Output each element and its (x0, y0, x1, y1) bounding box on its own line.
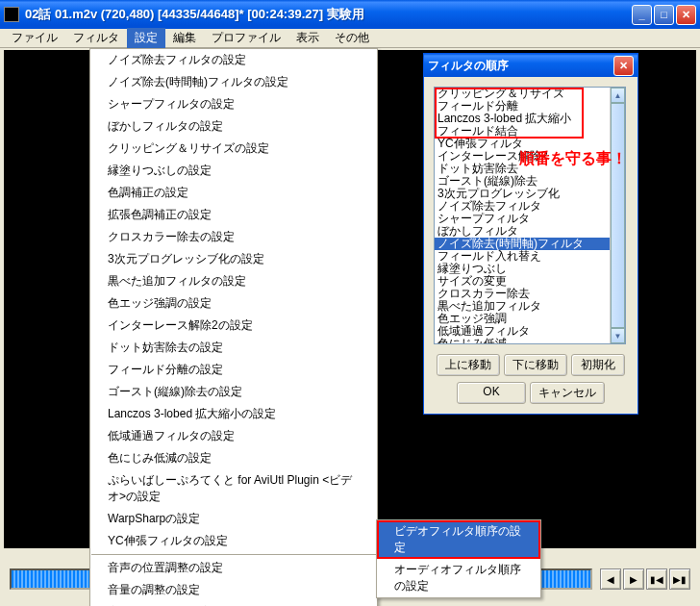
window-titlebar: 02話 01.m2v (720,480) [44335/44648]* [00:… (0, 0, 700, 29)
menu-item[interactable]: Lanczos 3-lobed 拡大縮小の設定 (90, 403, 377, 425)
window-title: 02話 01.m2v (720,480) [44335/44648]* [00:… (25, 6, 632, 23)
submenu-item[interactable]: ビデオフィルタ順序の設定 (377, 520, 540, 559)
menu-item[interactable]: 低域通過フィルタの設定 (90, 425, 377, 447)
annotation-text: 順番を守る事！ (519, 149, 627, 169)
filter-listbox[interactable]: クリッピング＆リサイズフィールド分離Lanczos 3-lobed 拡大縮小フィ… (434, 87, 626, 344)
menu-フィルタ[interactable]: フィルタ (65, 28, 127, 48)
menu-その他[interactable]: その他 (327, 28, 377, 48)
dialog-titlebar: フィルタの順序 ✕ (424, 54, 638, 77)
filter-order-dialog: フィルタの順序 ✕ クリッピング＆リサイズフィールド分離Lanczos 3-lo… (423, 53, 638, 415)
menu-item[interactable]: クリッピング＆リサイズの設定 (90, 138, 377, 160)
scroll-thumb[interactable] (611, 103, 625, 328)
playback-controls: ◀ ▶ ▮◀ ▶▮ (600, 568, 690, 590)
menu-item[interactable]: ノイズ除去(時間軸)フィルタの設定 (90, 71, 377, 93)
minimize-button[interactable]: _ (632, 5, 652, 25)
menu-表示[interactable]: 表示 (288, 28, 327, 48)
menu-item[interactable]: ぷらいばしーぷろてくと for AviUtl Plugin <ビデオ>の設定 (90, 469, 377, 508)
menu-item[interactable]: 黒べた追加フィルタの設定 (90, 270, 377, 292)
menu-item[interactable]: 縁塗りつぶしの設定 (90, 160, 377, 182)
menu-item[interactable]: 音量の最大化の設定 (90, 601, 377, 606)
scroll-down-button[interactable]: ▼ (611, 328, 625, 343)
menu-item[interactable]: ノイズ除去フィルタの設定 (90, 49, 377, 71)
reset-button[interactable]: 初期化 (571, 354, 625, 376)
menu-item[interactable]: インターレース解除2の設定 (90, 315, 377, 337)
ok-button[interactable]: OK (457, 382, 526, 404)
menu-item[interactable]: WarpSharpの設定 (90, 508, 377, 530)
menu-item[interactable]: ぼかしフィルタの設定 (90, 115, 377, 138)
menu-item[interactable]: クロスカラー除去の設定 (90, 226, 377, 248)
dialog-close-button[interactable]: ✕ (613, 56, 634, 76)
menu-編集[interactable]: 編集 (165, 28, 204, 48)
menu-separator (91, 554, 376, 555)
dialog-title: フィルタの順序 (428, 58, 613, 74)
menu-プロファイル[interactable]: プロファイル (204, 28, 288, 48)
close-button[interactable]: ✕ (676, 5, 696, 25)
move-up-button[interactable]: 上に移動 (437, 354, 500, 376)
menubar: ファイルフィルタ設定編集プロファイル表示その他 (0, 29, 700, 48)
menu-item[interactable]: ドット妨害除去の設定 (90, 337, 377, 359)
cancel-button[interactable]: キャンセル (530, 382, 605, 404)
menu-item[interactable]: フィールド分離の設定 (90, 359, 377, 381)
filter-order-submenu: ビデオフィルタ順序の設定オーディオフィルタ順序の設定 (376, 519, 541, 598)
settings-dropdown-menu: ノイズ除去フィルタの設定ノイズ除去(時間軸)フィルタの設定シャープフィルタの設定… (89, 48, 378, 606)
list-item[interactable]: 色にじみ低減 (435, 338, 610, 344)
scroll-up-button[interactable]: ▲ (611, 88, 625, 103)
menu-設定[interactable]: 設定 (127, 28, 165, 48)
listbox-scrollbar[interactable]: ▲ ▼ (610, 88, 625, 343)
move-down-button[interactable]: 下に移動 (504, 354, 567, 376)
menu-item[interactable]: 音量の調整の設定 (90, 579, 377, 601)
menu-item[interactable]: 色にじみ低減の設定 (90, 447, 377, 469)
menu-item[interactable]: 3次元プログレッシブ化の設定 (90, 248, 377, 270)
menu-item[interactable]: ゴースト(縦線)除去の設定 (90, 381, 377, 403)
menu-item[interactable]: YC伸張フィルタの設定 (90, 530, 377, 552)
submenu-item[interactable]: オーディオフィルタ順序の設定 (377, 559, 540, 597)
window-buttons: _ □ ✕ (632, 5, 696, 25)
skip-forward-button[interactable]: ▶▮ (669, 568, 690, 590)
app-icon (4, 7, 19, 22)
menu-item[interactable]: 色エッジ強調の設定 (90, 292, 377, 315)
menu-item[interactable]: 色調補正の設定 (90, 182, 377, 204)
menu-item[interactable]: シャープフィルタの設定 (90, 93, 377, 115)
maximize-button[interactable]: □ (654, 5, 674, 25)
menu-item[interactable]: 音声の位置調整の設定 (90, 557, 377, 579)
menu-item[interactable]: 拡張色調補正の設定 (90, 204, 377, 226)
prev-frame-button[interactable]: ◀ (600, 568, 621, 590)
skip-back-button[interactable]: ▮◀ (646, 568, 667, 590)
menu-ファイル[interactable]: ファイル (4, 28, 65, 48)
next-frame-button[interactable]: ▶ (623, 568, 644, 590)
